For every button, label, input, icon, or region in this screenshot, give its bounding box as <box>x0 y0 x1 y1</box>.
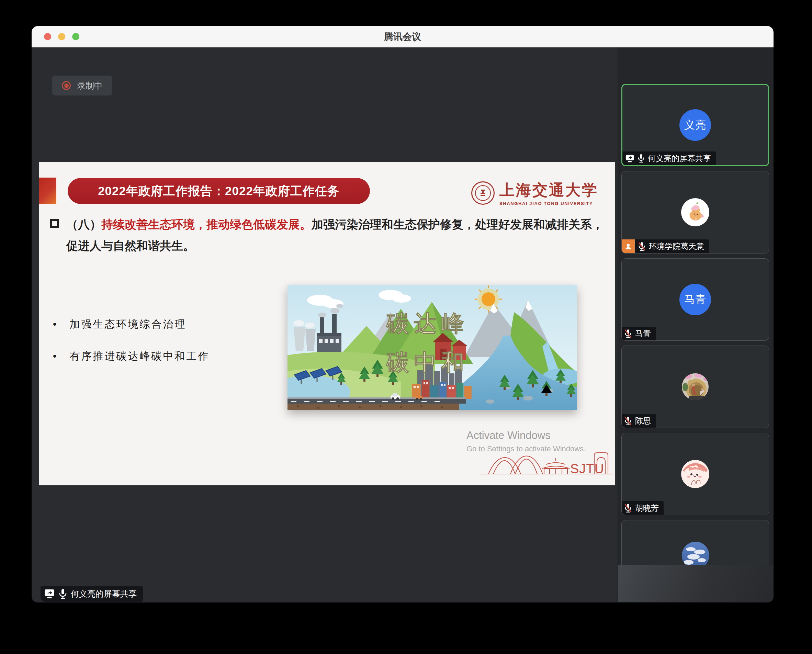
square-bullet-icon <box>50 219 59 228</box>
participant-name: 陈思 <box>635 416 651 426</box>
participant-name-tag: 马青 <box>622 327 656 341</box>
window-title: 腾讯会议 <box>384 31 421 43</box>
paragraph-marker: （八） <box>66 218 101 231</box>
sjtu-seal-icon <box>471 181 495 205</box>
paragraph-highlight: 持续改善生态环境，推动绿色低碳发展。 <box>101 218 311 231</box>
participant-tile[interactable]: 陈思 <box>621 345 769 428</box>
avatar-photo <box>682 542 709 565</box>
illustration-caption-line1: 碳达峰 <box>386 310 469 336</box>
traffic-lights <box>44 26 79 47</box>
sjtu-logo: 上海交通大学 SHANGHAI JIAO TONG UNIVERSITY <box>471 180 598 206</box>
recording-indicator[interactable]: 录制中 <box>52 76 112 95</box>
slide-title-text: 2022年政府工作报告：2022年政府工作任务 <box>98 183 340 199</box>
mic-muted-icon <box>624 504 632 513</box>
participant-name: 胡晓芳 <box>635 503 659 513</box>
participant-name-tag: 胡晓芳 <box>622 501 664 515</box>
sidebar-bottom-area <box>618 565 774 602</box>
mic-on-icon <box>59 589 67 599</box>
titlebar: 腾讯会议 <box>32 26 774 47</box>
participant-name: 马青 <box>635 329 651 339</box>
avatar-photo <box>681 460 709 488</box>
watermark-line1: Activate Windows <box>467 429 586 442</box>
screen-share-icon <box>44 589 55 599</box>
mic-on-icon <box>638 154 644 163</box>
desktop: 腾讯会议 录制中 2022年政府工作报告：2022年政府工作任务 <box>0 0 812 654</box>
participant-tile[interactable]: 马青 马青 <box>621 258 769 341</box>
avatar: 马青 <box>679 284 711 315</box>
presentation-slide: 2022年政府工作报告：2022年政府工作任务 上海交通大学 SHANGHAI … <box>39 162 615 485</box>
sjtu-skyline-art: SJTU <box>479 446 613 481</box>
participant-tile[interactable]: 胡晓芳 <box>621 433 769 515</box>
participant-name: 环境学院葛天意 <box>649 241 704 252</box>
participant-tile-partial[interactable] <box>621 520 769 565</box>
minimize-button[interactable] <box>58 33 65 40</box>
avatar-initials: 义亮 <box>684 118 706 132</box>
fullscreen-button[interactable] <box>72 33 79 40</box>
avatar-photo <box>681 198 709 226</box>
mic-muted-icon <box>624 416 632 426</box>
participants-sidebar[interactable]: 义亮 何义亮的屏幕共享 <box>618 47 774 602</box>
record-icon <box>62 81 71 90</box>
participant-name-tag: 何义亮的屏幕共享 <box>623 151 716 165</box>
avatar: 义亮 <box>679 109 711 141</box>
presenter-icon <box>622 240 635 253</box>
share-overlay-text: 何义亮的屏幕共享 <box>71 588 137 599</box>
slide-bullet-list: 加强生态环境综合治理 有序推进碳达峰碳中和工作 <box>53 317 210 381</box>
avatar-photo <box>682 373 708 400</box>
tencent-meeting-window: 腾讯会议 录制中 2022年政府工作报告：2022年政府工作任务 <box>32 26 774 602</box>
participant-name-tag: 环境学院葛天意 <box>622 240 709 253</box>
mic-muted-icon <box>638 242 646 251</box>
participant-name: 何义亮的屏幕共享 <box>648 153 711 164</box>
mic-muted-icon <box>624 329 632 338</box>
bullet-item: 有序推进碳达峰碳中和工作 <box>53 349 210 364</box>
shared-screen-area: 录制中 2022年政府工作报告：2022年政府工作任务 <box>32 47 618 602</box>
skyline-sjtu-text: SJTU <box>570 461 604 476</box>
illustration-caption-line2: 碳中和 <box>386 349 469 375</box>
sjtu-name-en: SHANGHAI JIAO TONG UNIVERSITY <box>499 201 598 206</box>
bullet-item: 加强生态环境综合治理 <box>53 317 210 332</box>
screen-share-overlay-label: 何义亮的屏幕共享 <box>41 586 143 602</box>
close-button[interactable] <box>44 33 51 40</box>
slide-title-banner: 2022年政府工作报告：2022年政府工作任务 <box>68 178 370 204</box>
participant-tile-screen-share[interactable]: 义亮 何义亮的屏幕共享 <box>621 84 769 166</box>
carbon-illustration: 碳达峰 碳中和 <box>287 285 577 410</box>
avatar-initials: 马青 <box>684 292 706 307</box>
slide-paragraph: （八）持续改善生态环境，推动绿色低碳发展。加强污染治理和生态保护修复，处理好发展… <box>50 214 610 256</box>
sjtu-name-cn: 上海交通大学 <box>499 180 598 200</box>
recording-label: 录制中 <box>77 80 103 92</box>
participant-tile[interactable]: 环境学院葛天意 <box>621 171 769 254</box>
screen-share-icon <box>625 154 634 163</box>
slide-accent-square <box>39 177 56 204</box>
participant-name-tag: 陈思 <box>622 414 656 428</box>
